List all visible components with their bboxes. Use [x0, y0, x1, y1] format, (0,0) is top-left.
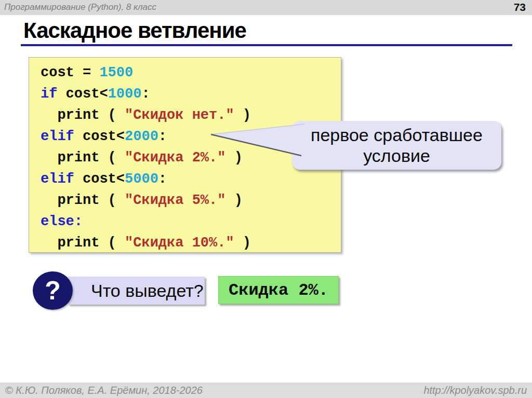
answer-text: Скидка 2%. — [229, 281, 328, 300]
code-token-plain: print ( — [41, 235, 125, 251]
site-url: http://kpolyakov.spb.ru — [423, 385, 527, 396]
code-token-plain: : — [158, 171, 167, 187]
code-token-plain: print ( — [41, 107, 125, 123]
question-mark-glyph: ? — [45, 276, 61, 306]
code-token-plain: print ( — [41, 193, 125, 208]
code-token-plain: cost = — [41, 65, 99, 80]
course-title: Программирование (Python), 8 класс — [4, 2, 156, 12]
code-line: print ( "Скидка 10%." ) — [41, 232, 341, 254]
callout-line2: условие — [363, 145, 430, 166]
title-underline — [21, 44, 512, 46]
code-token-plain: cost< — [57, 86, 108, 102]
code-token-number: 1000 — [108, 86, 142, 102]
code-line: else: — [41, 211, 341, 232]
code-token-number: 2000 — [125, 129, 158, 144]
callout-line1: первое сработавшее — [311, 125, 483, 145]
code-line: if cost<1000: — [41, 84, 341, 105]
answer-box: Скидка 2%. — [218, 276, 339, 304]
code-token-keyword: else: — [41, 214, 83, 229]
code-token-number: 1500 — [99, 65, 133, 80]
code-token-plain: : — [141, 86, 150, 102]
code-token-number: 5000 — [125, 171, 158, 187]
slide: Программирование (Python), 8 класс 73 Ка… — [0, 0, 532, 398]
page-number: 73 — [514, 1, 526, 13]
question-label-box: Что выведет? — [68, 277, 205, 305]
callout-bubble: первое сработавшее условие — [292, 121, 501, 170]
question-mark-icon: ? — [33, 271, 73, 310]
slide-title: Каскадное ветвление — [23, 19, 246, 43]
copyright-text: © К.Ю. Поляков, Е.А. Ерёмин, 2018-2026 — [5, 385, 203, 396]
code-token-plain: ) — [225, 193, 242, 208]
footer-bar: © К.Ю. Поляков, Е.А. Ерёмин, 2018-2026 h… — [0, 382, 532, 398]
code-token-plain: ) — [234, 235, 251, 251]
code-token-plain: : — [158, 129, 167, 144]
callout-tail-icon — [208, 119, 312, 161]
top-bar: Программирование (Python), 8 класс 73 — [0, 0, 532, 15]
code-line: cost = 1500 — [41, 62, 341, 84]
code-token-keyword: if — [41, 86, 57, 102]
code-token-string: "Скидка 10%." — [125, 235, 234, 251]
code-token-plain: cost< — [74, 171, 125, 187]
code-token-keyword: elif — [41, 129, 74, 144]
code-token-keyword: elif — [41, 171, 74, 187]
code-token-plain: cost< — [74, 129, 125, 144]
question-label: Что выведет? — [68, 281, 204, 301]
code-token-string: "Скидка 5%." — [125, 193, 225, 208]
code-line: elif cost<5000: — [41, 169, 341, 190]
code-line: print ( "Скидка 5%." ) — [41, 190, 341, 211]
code-token-plain: print ( — [41, 150, 125, 166]
